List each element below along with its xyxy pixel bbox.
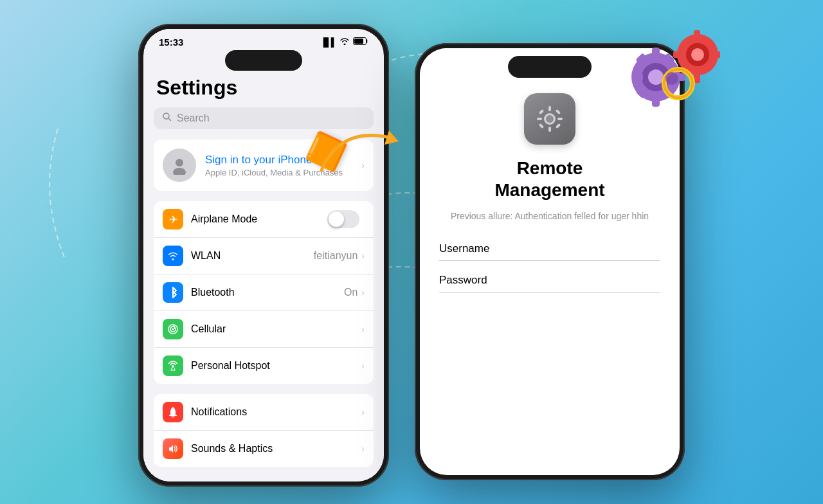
notifications-group: Notifications › Sounds & Haptics xyxy=(154,394,374,467)
svg-rect-23 xyxy=(633,73,643,81)
remote-management-title: RemoteManagement xyxy=(494,158,604,201)
username-label: Username xyxy=(439,242,660,255)
battery-icon xyxy=(353,37,368,47)
airplane-label: Airplane Mode xyxy=(191,213,327,225)
cellular-label: Cellular xyxy=(191,323,361,335)
svg-rect-14 xyxy=(557,118,563,120)
svg-rect-32 xyxy=(694,30,700,39)
svg-point-29 xyxy=(648,69,664,85)
connectivity-group: ✈ Airplane Mode xyxy=(154,201,374,384)
sounds-row[interactable]: Sounds & Haptics › xyxy=(154,431,374,467)
notifications-chevron: › xyxy=(361,407,365,417)
left-phone-screen: 15:33 ▐▌▌ xyxy=(143,29,384,482)
sounds-chevron: › xyxy=(361,444,365,454)
svg-rect-16 xyxy=(556,109,561,114)
status-icons: ▐▌▌ xyxy=(320,37,368,47)
toggle-knob xyxy=(329,212,344,227)
hotspot-icon xyxy=(163,356,183,376)
gear-decoration xyxy=(617,26,720,116)
svg-rect-17 xyxy=(539,123,544,129)
svg-rect-15 xyxy=(539,109,544,114)
avatar xyxy=(163,148,196,182)
svg-rect-11 xyxy=(548,106,551,111)
username-input-line xyxy=(439,260,660,261)
notifications-label: Notifications xyxy=(191,406,361,418)
password-label: Password xyxy=(439,274,660,287)
hotspot-chevron: › xyxy=(361,361,365,371)
search-icon xyxy=(163,113,172,124)
right-dynamic-island xyxy=(508,56,592,78)
svg-point-36 xyxy=(691,48,704,61)
username-group: Username xyxy=(439,242,660,261)
signal-icon: ▐▌▌ xyxy=(320,37,336,47)
airplane-toggle[interactable] xyxy=(327,210,359,228)
password-group: Password xyxy=(439,274,660,292)
settings-title: Settings xyxy=(154,76,374,100)
remote-management-subtitle: Previous allure: Authentication felled f… xyxy=(451,210,649,223)
svg-point-3 xyxy=(176,159,183,166)
svg-rect-35 xyxy=(717,51,720,58)
wlan-chevron: › xyxy=(361,251,365,261)
sounds-label: Sounds & Haptics xyxy=(191,443,361,455)
bluetooth-icon xyxy=(163,282,183,303)
wlan-row[interactable]: WLAN feitianyun › xyxy=(154,238,374,274)
cellular-chevron: › xyxy=(361,324,365,334)
bluetooth-chevron: › xyxy=(361,287,365,298)
svg-rect-12 xyxy=(548,127,551,132)
svg-rect-1 xyxy=(354,39,363,44)
bluetooth-value: On xyxy=(344,287,357,298)
svg-rect-22 xyxy=(652,96,660,107)
status-bar: 15:33 ▐▌▌ xyxy=(143,29,384,50)
svg-rect-21 xyxy=(652,48,660,58)
wifi-icon xyxy=(339,37,350,47)
scene: 15:33 ▐▌▌ xyxy=(0,0,823,504)
search-placeholder: Search xyxy=(177,113,210,124)
curved-arrow xyxy=(315,119,405,183)
svg-rect-34 xyxy=(673,51,682,58)
wlan-icon xyxy=(163,246,183,266)
airplane-icon: ✈ xyxy=(163,209,183,230)
svg-point-4 xyxy=(173,168,186,175)
hotspot-row[interactable]: Personal Hotspot › xyxy=(154,348,374,384)
svg-point-7 xyxy=(172,328,174,330)
left-phone: 15:33 ▐▌▌ xyxy=(138,24,389,487)
wlan-value: feitianyun xyxy=(314,250,358,262)
bluetooth-label: Bluetooth xyxy=(191,287,344,298)
cellular-icon xyxy=(163,319,183,339)
bluetooth-row[interactable]: Bluetooth On › xyxy=(154,274,374,311)
status-time: 15:33 xyxy=(159,37,183,48)
notifications-icon xyxy=(163,402,183,422)
remote-management-content: RemoteManagement Previous allure: Authen… xyxy=(420,93,680,305)
cellular-row[interactable]: Cellular › xyxy=(154,311,374,348)
dynamic-island xyxy=(225,50,302,71)
svg-point-39 xyxy=(665,72,678,85)
svg-rect-13 xyxy=(537,118,542,120)
hotspot-label: Personal Hotspot xyxy=(191,360,361,372)
svg-point-10 xyxy=(546,115,554,123)
sounds-icon xyxy=(163,438,183,459)
notifications-row[interactable]: Notifications › xyxy=(154,394,374,431)
wlan-label: WLAN xyxy=(191,250,314,262)
airplane-mode-row[interactable]: ✈ Airplane Mode xyxy=(154,201,374,238)
settings-app-icon xyxy=(524,93,575,145)
svg-rect-18 xyxy=(556,123,561,129)
password-input-line xyxy=(439,292,660,292)
